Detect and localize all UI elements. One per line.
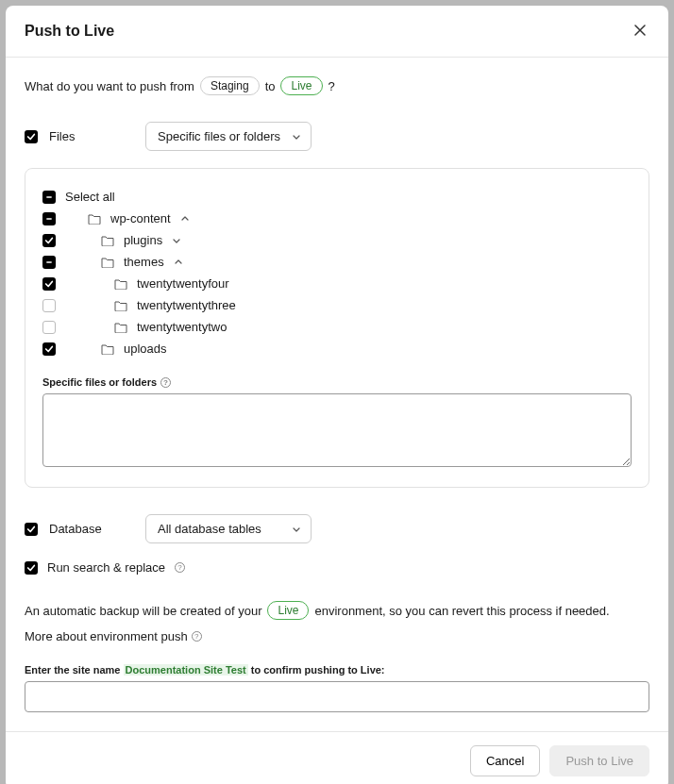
specific-files-textarea[interactable] — [42, 393, 632, 467]
specific-files-label: Specific files or folders ? — [42, 376, 632, 388]
folder-icon — [114, 300, 127, 311]
folder-icon — [114, 278, 127, 290]
info-icon[interactable]: ? — [175, 562, 185, 573]
twentytwentyfour-checkbox[interactable] — [42, 277, 56, 291]
folder-icon — [114, 322, 127, 333]
to-env-pill: Live — [280, 76, 322, 95]
close-icon — [634, 25, 646, 36]
folder-icon — [101, 257, 114, 268]
learn-more-link[interactable]: More about environment push ? — [25, 629, 649, 643]
push-to-live-button[interactable]: Push to Live — [549, 745, 649, 776]
folder-icon — [101, 235, 114, 246]
question-to-word: to — [265, 79, 276, 93]
modal-header: Push to Live — [6, 6, 668, 58]
chevron-up-icon[interactable] — [180, 214, 190, 224]
chevron-down-icon — [292, 525, 301, 534]
backup-env-pill: Live — [267, 601, 309, 620]
tree-row-select-all[interactable]: Select all — [42, 186, 632, 208]
select-all-checkbox[interactable] — [42, 191, 56, 204]
chevron-down-icon — [292, 132, 301, 142]
cancel-button[interactable]: Cancel — [470, 745, 540, 776]
tree-row-twentytwentythree[interactable]: twentytwentythree — [42, 294, 632, 316]
uploads-checkbox[interactable] — [42, 342, 56, 356]
uploads-label: uploads — [124, 342, 167, 356]
modal-footer: Cancel Push to Live — [6, 731, 668, 784]
tree-row-uploads[interactable]: uploads — [42, 338, 632, 359]
plugins-label: plugins — [124, 233, 162, 247]
files-label: Files — [49, 129, 134, 143]
database-mode-value: All database tables — [158, 522, 261, 536]
push-to-live-modal: Push to Live What do you want to push fr… — [6, 6, 668, 784]
svg-rect-0 — [46, 196, 52, 198]
chevron-down-icon[interactable] — [172, 236, 181, 245]
tree-row-plugins[interactable]: plugins — [42, 229, 632, 251]
modal-body: What do you want to push from Staging to… — [6, 58, 668, 731]
info-icon[interactable]: ? — [192, 631, 202, 642]
database-mode-select[interactable]: All database tables — [145, 514, 312, 543]
folder-icon — [88, 213, 101, 225]
backup-prefix: An automatic backup will be created of y… — [25, 604, 261, 618]
files-checkbox[interactable] — [25, 130, 38, 143]
svg-rect-2 — [46, 261, 52, 263]
database-checkbox[interactable] — [25, 523, 38, 536]
question-prefix: What do you want to push from — [25, 79, 194, 93]
tree-row-twentytwentytwo[interactable]: twentytwentytwo — [42, 316, 632, 338]
tree-row-themes[interactable]: themes — [42, 251, 632, 273]
twentytwentytwo-checkbox[interactable] — [42, 321, 56, 334]
twentytwentytwo-label: twentytwentytwo — [137, 320, 227, 334]
svg-rect-1 — [46, 218, 52, 220]
modal-title: Push to Live — [25, 23, 114, 40]
database-label: Database — [49, 522, 134, 536]
database-section-header: Database All database tables — [25, 514, 649, 543]
backup-info: An automatic backup will be created of y… — [25, 601, 649, 620]
themes-checkbox[interactable] — [42, 256, 56, 269]
question-suffix: ? — [329, 79, 335, 93]
confirm-label: Enter the site name Documentation Site T… — [25, 664, 649, 676]
files-panel: Select all wp-content — [25, 168, 649, 488]
info-icon[interactable]: ? — [160, 377, 171, 388]
twentytwentyfour-label: twentytwentyfour — [137, 276, 229, 291]
twentytwentythree-label: twentytwentythree — [137, 298, 236, 312]
confirm-site-name-input[interactable] — [25, 681, 649, 712]
search-replace-checkbox[interactable] — [25, 561, 38, 575]
push-question: What do you want to push from Staging to… — [25, 76, 649, 95]
close-button[interactable] — [631, 21, 649, 42]
search-replace-label: Run search & replace — [47, 560, 165, 575]
search-replace-row: Run search & replace ? — [25, 560, 649, 575]
folder-icon — [101, 343, 114, 355]
files-section-header: Files Specific files or folders — [25, 122, 649, 151]
files-mode-value: Specific files or folders — [158, 129, 280, 143]
site-name-highlight: Documentation Site Test — [124, 664, 248, 676]
themes-label: themes — [124, 255, 164, 269]
tree-row-wp-content[interactable]: wp-content — [42, 208, 632, 229]
wp-content-checkbox[interactable] — [42, 212, 56, 225]
files-mode-select[interactable]: Specific files or folders — [145, 122, 312, 151]
tree-row-twentytwentyfour[interactable]: twentytwentyfour — [42, 273, 632, 294]
twentytwentythree-checkbox[interactable] — [42, 299, 56, 312]
wp-content-label: wp-content — [110, 211, 171, 225]
plugins-checkbox[interactable] — [42, 234, 56, 247]
select-all-label: Select all — [65, 190, 115, 204]
chevron-up-icon[interactable] — [174, 258, 183, 267]
from-env-pill: Staging — [200, 76, 260, 95]
file-tree: Select all wp-content — [42, 186, 632, 359]
backup-suffix: environment, so you can revert this proc… — [314, 604, 609, 618]
